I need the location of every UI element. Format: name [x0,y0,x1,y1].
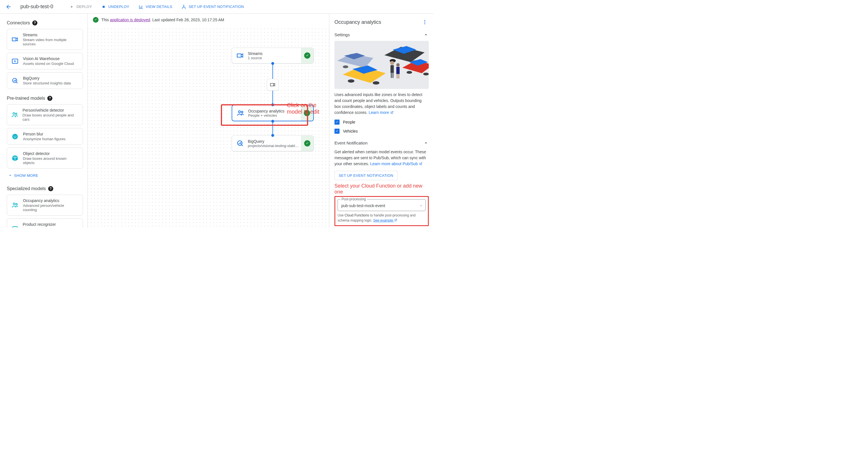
face-icon [11,132,19,141]
external-link-icon [394,218,397,222]
select-label: Post-processing [340,197,367,201]
sidebar-item-streams[interactable]: StreamsStream video from multiple source… [7,29,83,50]
bigquery-icon [11,77,19,85]
svg-point-28 [373,81,379,85]
svg-point-13 [16,204,17,205]
check-circle-icon [93,17,98,23]
application-deployed-link[interactable]: application is deployed [110,18,150,22]
sidebar-item-person-blur[interactable]: Person blurAnonymize human figures [7,128,83,145]
svg-rect-36 [398,74,399,79]
status-banner: This application is deployed. Last updat… [88,13,329,27]
camera-icon [11,35,19,43]
stop-icon [101,4,106,9]
view-details-button[interactable]: VIEW DETAILS [138,4,173,9]
svg-point-19 [424,23,425,24]
chevron-down-icon [8,173,12,178]
svg-rect-32 [393,73,394,78]
caret-down-icon [420,204,423,207]
annotation-box: Post-processing pub-sub-test-mock-event … [335,196,429,226]
node-status-ok [301,136,313,151]
page-title: pub-sub-test-0 [21,4,53,10]
svg-rect-34 [396,67,400,74]
checkbox-people[interactable]: People [335,120,429,125]
sidebar-item-bigquery[interactable]: BigQueryStore structured insights data [7,72,83,89]
svg-point-9 [12,134,18,140]
sidebar-item-object-detector[interactable]: Object detectorDraw boxes around known o… [7,148,83,169]
svg-point-7 [13,113,15,115]
back-button[interactable] [3,2,13,12]
deploy-button: DEPLOY [69,4,92,9]
play-box-icon [11,57,19,65]
see-example-link[interactable]: See example [373,218,397,222]
chevron-up-icon [423,32,429,37]
svg-point-14 [239,111,241,113]
svg-point-17 [424,20,425,21]
svg-point-33 [396,63,400,67]
svg-point-26 [423,72,429,75]
svg-rect-30 [391,65,394,73]
people-icon [11,201,19,209]
help-icon[interactable]: ? [32,21,37,26]
sidebar-section-pretrained: Pre-trained models ? [7,96,83,101]
learn-more-pubsub-link[interactable]: Learn more about Pub/Sub [370,161,423,167]
camera-icon [270,82,276,88]
checkbox-vehicles[interactable]: Vehicles [335,129,429,134]
svg-point-29 [390,61,394,65]
people-icon [11,111,19,119]
external-link-icon [419,162,423,166]
setup-event-notification-button[interactable]: SET UP EVENT NOTIFICATION [181,4,244,9]
sidebar-section-connectors: Connectors ? [7,21,83,26]
svg-rect-31 [391,73,392,78]
flow-node-streams[interactable]: Streams1 source [231,48,314,63]
help-icon[interactable]: ? [48,186,53,191]
show-more-button[interactable]: SHOW MORE [7,172,83,179]
bigquery-icon [235,139,245,148]
sidebar-section-specialized: Specialized models ? [7,186,83,191]
play-icon [69,4,74,9]
checkbox-checked-icon [335,129,340,134]
sidebar-item-person-vehicle-detector[interactable]: Person/vehicle detectorDraw boxes around… [7,104,83,125]
sidebar-item-vision-warehouse[interactable]: Vision AI WarehouseAssets stored on Goog… [7,53,83,69]
annotation-text: Click on the model to edit [287,102,329,115]
arrow-left-icon [5,4,11,10]
svg-point-25 [407,71,412,74]
sidebar-item-product-recognizer[interactable]: Product recognizerDetect items from a pr… [7,218,83,228]
tshirt-icon [11,225,19,228]
svg-point-18 [424,22,425,22]
more-options-button[interactable] [421,18,429,26]
mid-camera-node[interactable] [267,79,279,91]
svg-point-11 [16,136,17,136]
svg-point-27 [348,79,354,83]
svg-point-12 [13,203,15,205]
svg-point-15 [241,111,243,113]
svg-rect-35 [397,74,398,79]
hub-icon [181,4,186,9]
camera-icon [235,51,245,60]
sidebar-item-occupancy-analytics[interactable]: Occupancy analyticsAdvanced person/vehic… [7,194,83,216]
setup-event-notification-side-button[interactable]: SET UP EVENT NOTIFICATION [335,171,398,180]
event-notification-section-toggle[interactable]: Event Notification [335,139,429,147]
learn-more-link[interactable]: Learn more [369,110,394,116]
more-vert-icon [422,19,428,25]
chart-icon [138,4,144,9]
external-link-icon [390,111,394,115]
cube-icon [11,154,19,162]
svg-rect-0 [102,6,104,8]
chevron-up-icon [423,140,429,146]
settings-section-toggle[interactable]: Settings [335,31,429,38]
flow-node-bigquery[interactable]: BigQueryprojects/visionai-testing-stabl… [231,135,314,151]
settings-illustration [335,41,429,89]
svg-point-2 [184,4,184,5]
svg-point-8 [16,113,17,115]
help-icon[interactable]: ? [47,96,52,101]
right-panel-title: Occupancy analytics [335,19,381,25]
svg-point-21 [343,65,348,68]
people-icon [236,108,245,118]
checkbox-checked-icon [335,120,340,125]
svg-point-10 [13,136,14,136]
node-status-ok [301,48,313,63]
undeploy-button[interactable]: UNDEPLOY [101,4,129,9]
annotation-text: Select your Cloud Function or add new on… [335,183,429,195]
